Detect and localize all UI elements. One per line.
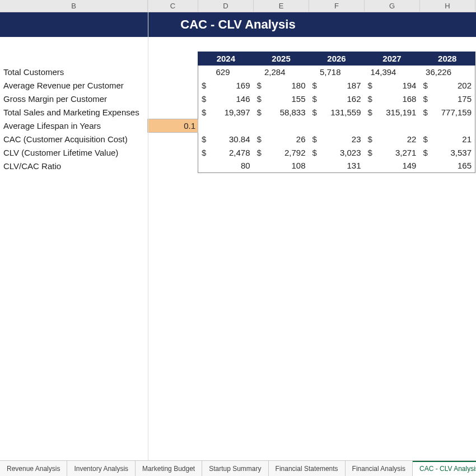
currency-symbol: $ [423, 108, 431, 117]
data-cell[interactable]: $2,478 [198, 146, 254, 159]
row-label[interactable]: Average Revenue per Customer [0, 78, 148, 92]
col-header-B[interactable]: B [0, 0, 148, 12]
row-label[interactable]: CAC (Customer Acquisition Cost) [0, 132, 148, 146]
year-2027[interactable]: 2027 [365, 52, 420, 65]
currency-symbol: $ [257, 134, 265, 144]
data-cell[interactable]: $131,559 [309, 105, 365, 119]
year-2026[interactable]: 2026 [309, 52, 365, 65]
data-cell[interactable]: 108 [254, 159, 309, 172]
data-cell[interactable]: $315,191 [365, 105, 420, 119]
data-cell[interactable] [419, 119, 475, 132]
cell-value: 2,792 [265, 148, 306, 157]
data-cell[interactable]: 5,718 [309, 65, 365, 78]
data-cell[interactable]: $22 [365, 132, 420, 146]
data-cell[interactable]: $21 [419, 132, 475, 146]
data-cell[interactable]: $3,023 [309, 146, 365, 159]
grid-area[interactable]: 2024 2025 2026 2027 2028 Total Customers… [0, 37, 476, 476]
currency-symbol: $ [312, 94, 320, 104]
data-cell[interactable]: 629 [198, 65, 254, 78]
sheet-tab[interactable]: Startup Summary [202, 461, 268, 476]
sheet-tab[interactable]: Financial Statements [269, 461, 346, 476]
cell-value: 777,159 [431, 108, 472, 117]
data-cell[interactable]: $146 [198, 92, 254, 105]
row-param-cell[interactable] [148, 159, 198, 172]
cell-value: 146 [209, 94, 250, 104]
data-cell[interactable]: $175 [419, 92, 475, 105]
data-cell[interactable] [198, 119, 254, 132]
data-cell[interactable]: $777,159 [419, 105, 475, 119]
data-cell[interactable]: 149 [365, 159, 420, 172]
currency-symbol: $ [368, 81, 376, 90]
data-cell[interactable]: $169 [198, 78, 254, 92]
data-cell[interactable]: 80 [198, 159, 254, 172]
data-cell[interactable]: $187 [309, 78, 365, 92]
data-cell[interactable]: $19,397 [198, 105, 254, 119]
data-cell[interactable]: 131 [309, 159, 365, 172]
row-param-cell[interactable] [148, 65, 198, 78]
data-cell[interactable]: 36,226 [419, 65, 475, 78]
row-label[interactable]: CLV/CAC Ratio [0, 159, 148, 172]
row-label[interactable]: Gross Margin per Customer [0, 92, 148, 105]
col-header-H[interactable]: H [420, 0, 475, 12]
cell-value: 5,718 [309, 67, 365, 77]
data-cell[interactable]: $2,792 [254, 146, 309, 159]
row-param-cell[interactable] [148, 105, 198, 119]
year-2028[interactable]: 2028 [419, 52, 475, 65]
data-cell[interactable]: $202 [419, 78, 475, 92]
row-label[interactable]: Average Lifespan in Years [0, 119, 148, 132]
table-row: CLV/CAC Ratio80108131149165 [0, 159, 475, 172]
data-cell[interactable]: 14,394 [365, 65, 420, 78]
data-cell[interactable]: $30.84 [198, 132, 254, 146]
data-cell[interactable]: $58,833 [254, 105, 309, 119]
data-cell[interactable]: 2,284 [254, 65, 309, 78]
page-title: CAC - CLV Analysis [0, 12, 476, 37]
row-param-cell[interactable] [148, 146, 198, 159]
sheet-tab[interactable]: Marketing Budget [136, 461, 202, 476]
data-cell[interactable]: 165 [419, 159, 475, 172]
data-cell[interactable]: $155 [254, 92, 309, 105]
data-cell[interactable]: $23 [309, 132, 365, 146]
data-cell[interactable]: $162 [309, 92, 365, 105]
row-param-cell[interactable] [148, 78, 198, 92]
cell-value: 108 [254, 161, 309, 170]
row-label[interactable]: Total Sales and Marketing Expenses [0, 105, 148, 119]
year-2024[interactable]: 2024 [198, 52, 254, 65]
lifespan-input-cell[interactable]: 0.1 [148, 119, 198, 132]
currency-symbol: $ [368, 108, 376, 117]
year-2025[interactable]: 2025 [254, 52, 309, 65]
sheet-tab[interactable]: Inventory Analysis [67, 461, 136, 476]
sheet-tab[interactable]: Financial Analysis [346, 461, 413, 476]
data-cell[interactable]: $168 [365, 92, 420, 105]
cell-value: 162 [320, 94, 361, 104]
col-header-D[interactable]: D [198, 0, 254, 12]
cell-value: 80 [198, 161, 253, 170]
data-cell[interactable]: $194 [365, 78, 420, 92]
sheet-tab[interactable]: CAC - CLV Analysis [413, 461, 476, 476]
cell-value: 22 [376, 134, 417, 144]
table-row: CLV (Customer Lifetime Value)$2,478$2,79… [0, 146, 475, 159]
currency-symbol: $ [423, 148, 431, 157]
cell-value: 58,833 [265, 108, 306, 117]
currency-symbol: $ [257, 108, 265, 117]
col-header-C[interactable]: C [148, 0, 198, 12]
data-cell[interactable]: $180 [254, 78, 309, 92]
data-cell[interactable] [309, 119, 365, 132]
col-header-G[interactable]: G [365, 0, 420, 12]
page-title-text: CAC - CLV Analysis [180, 17, 295, 32]
data-cell[interactable]: $26 [254, 132, 309, 146]
sheet-tab[interactable]: Revenue Analysis [0, 461, 67, 476]
row-label[interactable]: Total Customers [0, 65, 148, 78]
row-param-cell[interactable] [148, 132, 198, 146]
data-cell[interactable] [254, 119, 309, 132]
data-cell[interactable]: $3,537 [419, 146, 475, 159]
cell-value: 2,478 [209, 148, 250, 157]
row-label[interactable]: CLV (Customer Lifetime Value) [0, 146, 148, 159]
col-header-F[interactable]: F [309, 0, 365, 12]
cell-value: 23 [320, 134, 361, 144]
cell-value: 155 [265, 94, 306, 104]
data-cell[interactable]: $3,271 [365, 146, 420, 159]
col-header-E[interactable]: E [254, 0, 309, 12]
currency-symbol: $ [423, 134, 431, 144]
row-param-cell[interactable] [148, 92, 198, 105]
data-cell[interactable] [365, 119, 420, 132]
